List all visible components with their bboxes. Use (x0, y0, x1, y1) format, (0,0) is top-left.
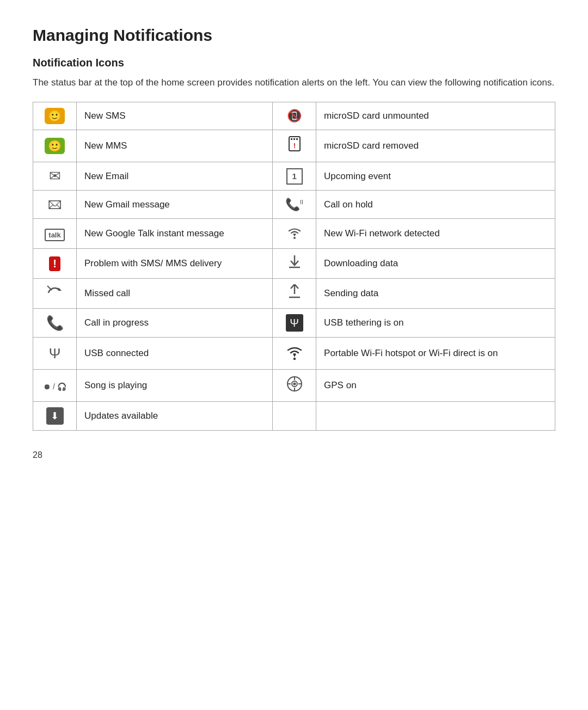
hotspot-label: Portable Wi-Fi hotspot or Wi-Fi direct i… (316, 338, 555, 370)
table-row: Ψ USB connected Portable Wi-Fi hotspot o… (33, 338, 555, 370)
call-hold-icon: 📞II (273, 191, 316, 219)
svg-point-18 (293, 383, 296, 385)
microsd-remove-label: microSD card removed (316, 130, 555, 162)
microsd-unmount-icon: 📵 (273, 102, 316, 130)
mms-icon: 🙂 (33, 130, 77, 162)
call-progress-icon: 📞 (33, 309, 77, 338)
microsd-remove-icon: ! (273, 130, 316, 162)
svg-point-5 (293, 237, 296, 239)
gps-icon (273, 370, 316, 402)
table-row: 📞 Call in progress Ψ USB tethering is on (33, 309, 555, 338)
table-row: ! Problem with SMS/ MMS delivery Downloa… (33, 249, 555, 279)
email-icon: ✉ (33, 162, 77, 191)
svg-text:!: ! (293, 142, 296, 150)
download-label: Downloading data (316, 249, 555, 279)
wifi-new-label: New Wi-Fi network detected (316, 219, 555, 249)
event-icon: 1 (273, 162, 316, 191)
gps-label: GPS on (316, 370, 555, 402)
sms-problem-label: Problem with SMS/ MMS delivery (77, 249, 273, 279)
table-row: talk New Google Talk instant message New… (33, 219, 555, 249)
updates-label: Updates available (77, 402, 273, 431)
upload-label: Sending data (316, 279, 555, 309)
microsd-unmount-label: microSD card unmounted (316, 102, 555, 130)
event-label: Upcoming event (316, 162, 555, 191)
talk-label: New Google Talk instant message (77, 219, 273, 249)
usb-tether-label: USB tethering is on (316, 309, 555, 338)
usb-connected-icon: Ψ (33, 338, 77, 370)
call-hold-label: Call on hold (316, 191, 555, 219)
call-progress-label: Call in progress (77, 309, 273, 338)
table-row: Missed call Sending data (33, 279, 555, 309)
notification-icons-table: 🙂 New SMS 📵 microSD card unmounted 🙂 New… (33, 102, 555, 431)
table-row: ⬇ Updates available (33, 402, 555, 431)
empty-icon (273, 402, 316, 431)
sms-label: New SMS (77, 102, 273, 130)
usb-connected-label: USB connected (77, 338, 273, 370)
page-number: 28 (33, 450, 555, 460)
intro-text: The status bar at the top of the home sc… (33, 76, 555, 90)
svg-rect-3 (296, 138, 298, 140)
song-label: Song is playing (77, 370, 273, 402)
table-row: 🙂 New MMS ! microSD card removed (33, 130, 555, 162)
svg-rect-1 (291, 138, 292, 140)
svg-line-8 (47, 286, 52, 290)
missed-call-icon (33, 279, 77, 309)
updates-icon: ⬇ (33, 402, 77, 431)
svg-rect-2 (293, 138, 295, 140)
page-title: Managing Notifications (33, 26, 555, 45)
song-icon: ⏺ / 🎧 (33, 370, 77, 402)
missed-call-label: Missed call (77, 279, 273, 309)
sms-problem-icon: ! (33, 249, 77, 279)
email-label: New Email (77, 162, 273, 191)
sms-icon: 🙂 (33, 102, 77, 130)
talk-icon: talk (33, 219, 77, 249)
usb-tether-icon: Ψ (273, 309, 316, 338)
wifi-new-icon (273, 219, 316, 249)
download-icon (273, 249, 316, 279)
table-row: ⏺ / 🎧 Song is playing GPS on (33, 370, 555, 402)
table-row: ✉ New Email 1 Upcoming event (33, 162, 555, 191)
upload-icon (273, 279, 316, 309)
mms-label: New MMS (77, 130, 273, 162)
svg-point-11 (293, 358, 295, 360)
hotspot-icon (273, 338, 316, 370)
table-row: 🖂 New Gmail message 📞II Call on hold (33, 191, 555, 219)
empty-label (316, 402, 555, 431)
table-row: 🙂 New SMS 📵 microSD card unmounted (33, 102, 555, 130)
section-subtitle: Notification Icons (33, 57, 555, 69)
gmail-label: New Gmail message (77, 191, 273, 219)
gmail-icon: 🖂 (33, 191, 77, 219)
